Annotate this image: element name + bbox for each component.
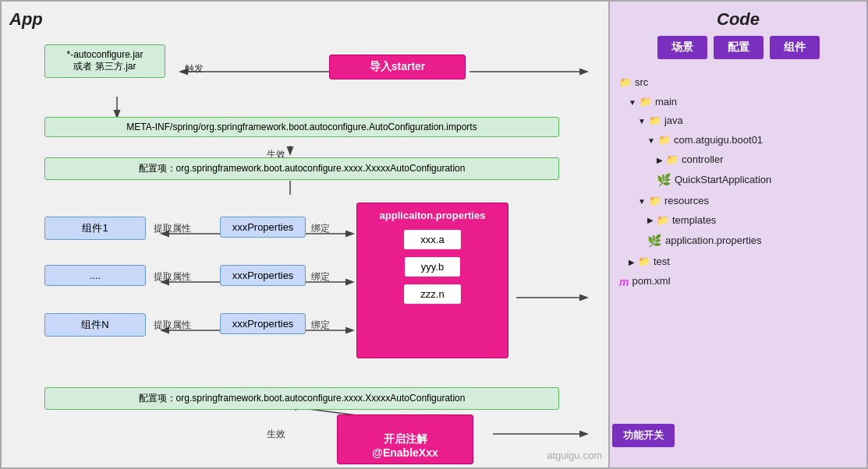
- bind1: 绑定: [311, 222, 330, 235]
- meta-inf-row: META-INF/spring/org.springframework.boot…: [44, 117, 567, 137]
- config-item1: 配置项：org.springframework.boot.autoconfigu…: [44, 157, 567, 180]
- component1-box: 组件1: [44, 217, 146, 240]
- feature-btn-container: 功能开关: [612, 424, 675, 447]
- feature-btn[interactable]: 功能开关: [612, 424, 675, 447]
- dots-box: ....: [44, 265, 146, 286]
- trigger-label: 触发: [185, 62, 204, 76]
- chevron-down-icon-com: ▼: [647, 133, 655, 148]
- spring-icon-props: 🌿: [647, 230, 662, 252]
- tree-templates: ▶ 📁 templates: [619, 211, 857, 231]
- watermark: atguigu.com: [547, 450, 602, 461]
- folder-icon-main: 📁: [639, 93, 652, 112]
- chevron-down-icon-main: ▼: [629, 95, 636, 110]
- app-panel: App: [2, 2, 610, 467]
- yyy-b: yyy.b: [405, 257, 460, 277]
- code-buttons: 场景 配置 组件: [610, 36, 866, 67]
- zzz-n: zzz.n: [404, 284, 460, 304]
- spring-icon-quickstart: 🌿: [657, 169, 671, 192]
- main-container: App: [0, 0, 868, 469]
- tree-quickstart: 🌿 QuickStartApplication: [619, 169, 857, 192]
- maven-icon-pom: m: [619, 272, 629, 293]
- code-panel: Code 场景 配置 组件 📁 src ▼ 📁 main ▼ 📁 java: [610, 2, 866, 467]
- xxx-props3: xxxProperties: [220, 313, 306, 334]
- componentN-box: 组件N: [44, 313, 146, 337]
- config-item2: 配置项：org.springframework.boot.autoconfigu…: [44, 387, 567, 410]
- folder-icon-src: 📁: [619, 73, 632, 93]
- xxx-props2: xxxProperties: [220, 265, 306, 286]
- tree-resources: ▼ 📁 resources: [619, 192, 857, 211]
- config-btn[interactable]: 配置: [714, 36, 763, 59]
- chevron-down-icon-res: ▼: [638, 194, 646, 209]
- fetch-attr1: 提取属性: [154, 222, 191, 235]
- chevron-right-icon-controller: ▶: [657, 153, 663, 168]
- tree-app-props: 🌿 application.properties: [619, 230, 857, 252]
- folder-icon-test: 📁: [638, 252, 650, 272]
- tree-test: ▶ 📁 test: [619, 252, 857, 272]
- xxx-a: xxx.a: [404, 230, 460, 249]
- take-effect-label2: 生效: [267, 428, 285, 441]
- row1: *-autoconfigure.jar 或者 第三方.jar: [44, 44, 165, 78]
- file-tree: 📁 src ▼ 📁 main ▼ 📁 java ▼ 📁 com.atguigu.…: [610, 67, 866, 298]
- app-properties-title: applicaiton.properties: [380, 210, 486, 221]
- fetch-attr3: 提取属性: [154, 319, 191, 332]
- tree-com-atguigu: ▼ 📁 com.atguigu.boot01: [619, 131, 857, 150]
- tree-main: ▼ 📁 main: [619, 93, 857, 112]
- enable-btn[interactable]: 开启注解 @EnableXxx: [337, 414, 473, 464]
- scenario-btn[interactable]: 场景: [657, 36, 707, 59]
- tree-controller: ▶ 📁 controller: [619, 150, 857, 170]
- bind2: 绑定: [311, 270, 330, 284]
- component-btn[interactable]: 组件: [770, 36, 820, 59]
- code-title: Code: [610, 2, 866, 36]
- jar-box: *-autoconfigure.jar 或者 第三方.jar: [44, 44, 165, 78]
- import-starter-btn[interactable]: 导入starter: [329, 55, 466, 79]
- folder-icon-java: 📁: [649, 111, 661, 131]
- fetch-attr2: 提取属性: [154, 270, 191, 284]
- app-title: App: [9, 9, 601, 30]
- folder-icon-com: 📁: [658, 131, 671, 150]
- tree-pom: m pom.xml: [619, 272, 857, 293]
- folder-icon-resources: 📁: [649, 192, 661, 211]
- chevron-right-icon-test: ▶: [629, 255, 635, 270]
- folder-icon-controller: 📁: [666, 150, 678, 170]
- chevron-right-icon-templates: ▶: [647, 213, 654, 227]
- app-properties-container: applicaiton.properties xxx.a yyy.b zzz.n: [356, 203, 508, 358]
- bind3: 绑定: [311, 319, 330, 332]
- folder-icon-templates: 📁: [657, 211, 669, 231]
- chevron-down-icon-java: ▼: [638, 114, 646, 129]
- tree-src: 📁 src: [619, 73, 857, 93]
- xxx-props1: xxxProperties: [220, 217, 306, 238]
- tree-java: ▼ 📁 java: [619, 111, 857, 131]
